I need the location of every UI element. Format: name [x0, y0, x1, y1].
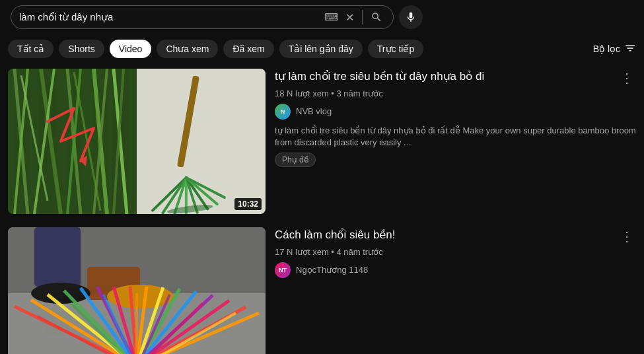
video-title-1[interactable]: tự làm chổi tre siêu bền từ dây nhựa bỏ … — [275, 69, 636, 85]
filter-tabs: Tất cả Shorts Video Chưa xem Đã xem Tải … — [8, 40, 423, 58]
filter-right[interactable]: Bộ lọc — [593, 42, 636, 56]
filter-bar: Tất cả Shorts Video Chưa xem Đã xem Tải … — [0, 34, 644, 63]
video-desc-1: tự làm chổi tre siêu bền từ dây nhựa bỏ … — [275, 125, 636, 149]
svg-rect-27 — [34, 227, 81, 287]
more-button-1[interactable]: ⋮ — [618, 69, 636, 87]
channel-initials-2: NT — [279, 267, 287, 273]
tab-tailengannday[interactable]: Tải lên gần đây — [279, 40, 363, 58]
channel-row-1: N NVB vlog — [275, 104, 636, 120]
duration-badge-1: 10:32 — [234, 198, 262, 210]
keyboard-icon: ⌨ — [324, 11, 339, 23]
video-meta-2: 17 N lượt xem • 4 năm trước — [275, 247, 636, 257]
search-icon — [371, 11, 382, 23]
svg-point-30 — [31, 283, 90, 304]
channel-name-1[interactable]: NVB vlog — [296, 106, 332, 116]
tab-tructiep[interactable]: Trực tiếp — [368, 40, 423, 58]
channel-avatar-1: N — [275, 104, 291, 120]
channel-name-2[interactable]: NgọcThương 1148 — [296, 265, 368, 275]
search-input[interactable] — [19, 12, 324, 23]
video-item-2: 11:51 Cách làm chổi siêu bền! 17 N lượt … — [8, 227, 636, 354]
tab-shorts[interactable]: Shorts — [59, 40, 104, 58]
filter-icon — [624, 42, 636, 56]
tab-video[interactable]: Video — [110, 40, 152, 58]
tab-all[interactable]: Tất cả — [8, 40, 54, 58]
video-meta-1: 18 N lượt xem • 3 năm trước — [275, 88, 636, 98]
header: ⌨ ✕ — [0, 0, 644, 34]
more-button-2[interactable]: ⋮ — [618, 227, 636, 246]
search-button[interactable] — [368, 9, 385, 26]
channel-avatar-2: NT — [275, 262, 291, 278]
video-title-2[interactable]: Cách làm chổi siêu bền! — [275, 227, 636, 243]
channel-initials-1: N — [281, 108, 285, 115]
filter-label: Bộ lọc — [593, 44, 620, 54]
clear-button[interactable]: ✕ — [343, 9, 357, 26]
search-bar: ⌨ ✕ — [11, 5, 394, 29]
svg-rect-14 — [137, 69, 266, 214]
channel-row-2: NT NgọcThương 1148 — [275, 262, 636, 278]
thumbnail-image-1 — [8, 69, 266, 214]
video-info-1: tự làm chổi tre siêu bền từ dây nhựa bỏ … — [275, 69, 636, 214]
video-item-1: 10:32 tự làm chổi tre siêu bền từ dây nh… — [8, 69, 636, 214]
video-tag-1: Phụ đề — [275, 153, 316, 167]
tab-chuaxem[interactable]: Chưa xem — [157, 40, 218, 58]
thumbnail-1[interactable]: 10:32 — [8, 69, 266, 214]
results-area: 10:32 tự làm chổi tre siêu bền từ dây nh… — [0, 63, 644, 354]
thumbnail-image-2 — [8, 227, 266, 354]
thumbnail-2[interactable]: 11:51 — [8, 227, 266, 354]
search-divider — [362, 10, 363, 24]
tab-daxem[interactable]: Đã xem — [223, 40, 273, 58]
mic-icon — [405, 11, 417, 23]
video-info-2: Cách làm chổi siêu bền! 17 N lượt xem • … — [275, 227, 636, 354]
mic-button[interactable] — [399, 5, 423, 29]
